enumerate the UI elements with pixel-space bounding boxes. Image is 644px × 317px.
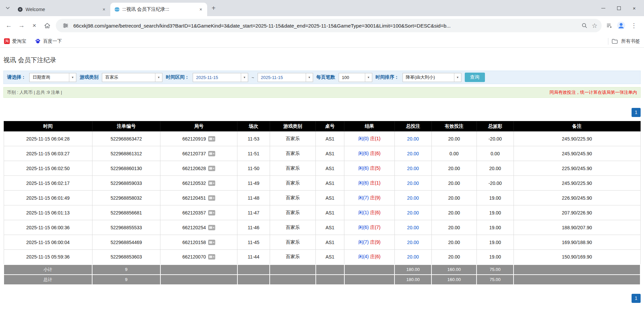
game-type-select[interactable]: 百家乐 ▼ [102, 73, 162, 82]
maximize-icon [617, 6, 621, 10]
tab-betrecord[interactable]: :::视讯 会员下注纪录::: × [110, 3, 207, 16]
total-row-cell [316, 275, 344, 285]
cell-session: 11-46 [237, 220, 270, 235]
total-row-cell: 75.00 [477, 275, 514, 285]
back-button[interactable]: ← [3, 19, 15, 32]
video-replay-icon[interactable] [208, 240, 215, 245]
total-bet-link[interactable]: 20.00 [407, 225, 419, 230]
round-number: 662120158 [182, 240, 206, 245]
bookmark-baidu[interactable]: 百度一下 [35, 38, 62, 44]
date-start-select[interactable]: 2025-11-15 ▼ [193, 73, 248, 82]
cell-session: 11-47 [237, 205, 270, 220]
video-replay-icon[interactable] [208, 181, 215, 186]
cell-table-no: AS1 [316, 220, 344, 235]
stop-button[interactable]: × [28, 19, 40, 32]
cell-payout: 19.00 [477, 191, 514, 205]
cell-valid-bet: 20.00 [431, 176, 477, 191]
page-size-select[interactable]: 100 ▼ [339, 73, 372, 82]
menu-icon[interactable]: ⋮ [628, 19, 640, 32]
round-number: 662120628 [182, 166, 206, 171]
query-type-select[interactable]: 日期查询 ▼ [29, 73, 76, 82]
cell-time: 2025-11-15 06:01:13 [4, 205, 92, 220]
column-header: 游戏类别 [270, 121, 315, 131]
cell-bet-id: 522968860130 [92, 161, 160, 176]
search-button[interactable]: 查询 [465, 73, 485, 82]
total-bet-link[interactable]: 20.00 [407, 166, 419, 171]
tab-welcome[interactable]: Welcome × [13, 3, 110, 16]
total-row-cell: 总计 [4, 275, 92, 285]
bookmark-star-icon[interactable]: ☆ [590, 21, 600, 31]
tune-icon[interactable] [61, 21, 71, 31]
sort-select[interactable]: 降幂(由大到小) ▼ [403, 73, 461, 82]
column-header: 结果 [344, 121, 395, 131]
minimize-button[interactable] [596, 0, 611, 16]
divider [608, 38, 608, 45]
all-bookmarks[interactable]: 所有书签 [608, 38, 640, 45]
cell-total-bet: 20.00 [394, 191, 431, 205]
result-player: 闲(4) [358, 254, 369, 259]
total-bet-link[interactable]: 20.00 [407, 136, 419, 142]
result-player: 闲(6) [358, 165, 369, 171]
subtotal-row-cell: 180.00 [394, 265, 431, 275]
cell-time: 2025-11-15 06:02:50 [4, 161, 92, 176]
video-replay-icon[interactable] [208, 166, 215, 171]
tab-close-icon[interactable]: × [198, 6, 204, 12]
cell-remark: 245.90/245.90 [514, 146, 640, 161]
maximize-button[interactable] [611, 0, 627, 16]
cell-round-id: 662120919 [160, 131, 237, 146]
bookmark-label: 百度一下 [43, 38, 62, 44]
tab-search-button[interactable] [3, 3, 13, 13]
video-replay-icon[interactable] [208, 254, 215, 260]
cell-bet-id: 522968858032 [92, 191, 160, 205]
new-tab-button[interactable]: + [209, 3, 219, 13]
video-replay-icon[interactable] [208, 136, 215, 142]
url-bar[interactable]: 66cxkj98.com/game/betrecord_search/kind3… [56, 19, 602, 32]
result-player: 闲(7) [358, 239, 369, 245]
video-replay-icon[interactable] [208, 210, 215, 215]
navigation-bar: ← → × 66cxkj98.com/game/betrecord_search… [0, 16, 644, 35]
round-number: 662120254 [182, 225, 206, 230]
date-end-select[interactable]: 2025-11-15 ▼ [258, 73, 313, 82]
subtotal-row-cell [237, 265, 270, 275]
video-replay-icon[interactable] [208, 151, 215, 156]
round-number: 662120357 [182, 210, 206, 215]
cell-valid-bet: 20.00 [431, 161, 477, 176]
total-bet-link[interactable]: 20.00 [407, 151, 419, 156]
cell-round-id: 662120628 [160, 161, 237, 176]
total-bet-link[interactable]: 20.00 [407, 240, 419, 245]
cell-session: 11-53 [237, 131, 270, 146]
cell-table-no: AS1 [316, 176, 344, 191]
video-replay-icon[interactable] [208, 225, 215, 230]
total-bet-link[interactable]: 20.00 [407, 195, 419, 201]
bookmark-taobao[interactable]: 淘 爱淘宝 [4, 38, 26, 44]
profile-avatar[interactable] [616, 21, 626, 30]
url-text[interactable]: 66cxkj98.com/game/betrecord_search/kind3… [73, 23, 576, 29]
taobao-icon: 淘 [4, 38, 10, 44]
total-bet-link[interactable]: 20.00 [407, 181, 419, 186]
cell-remark: 169.90/188.90 [514, 235, 640, 250]
tab-close-icon[interactable]: × [101, 6, 107, 12]
table-row: 2025-11-15 06:03:27522968861312662120737… [4, 146, 640, 161]
home-button[interactable] [41, 19, 53, 32]
cell-round-id: 662120532 [160, 176, 237, 191]
close-button[interactable]: × [627, 0, 642, 16]
cell-table-no: AS1 [316, 205, 344, 220]
total-bet-link[interactable]: 20.00 [407, 254, 419, 260]
cell-total-bet: 20.00 [394, 146, 431, 161]
cell-result: 闲(7) 庄(9) [344, 235, 395, 250]
forward-button[interactable]: → [15, 19, 28, 32]
zoom-icon[interactable] [579, 21, 590, 31]
tab-strip: Welcome × :::视讯 会员下注纪录::: × + × [0, 0, 644, 16]
chevron-down-icon: ▼ [69, 73, 76, 82]
page-1-button[interactable]: 1 [632, 108, 641, 117]
total-bet-link[interactable]: 20.00 [407, 210, 419, 215]
page-1-button[interactable]: 1 [632, 294, 641, 303]
home-icon [44, 23, 50, 29]
media-controls-icon[interactable] [604, 21, 614, 31]
column-header: 备注 [514, 121, 640, 131]
cell-session: 11-44 [237, 250, 270, 265]
page-size-label: 每页笔数 [316, 74, 335, 80]
result-banker: 庄(6) [370, 210, 380, 215]
round-number: 662120532 [182, 181, 206, 186]
video-replay-icon[interactable] [208, 195, 215, 201]
